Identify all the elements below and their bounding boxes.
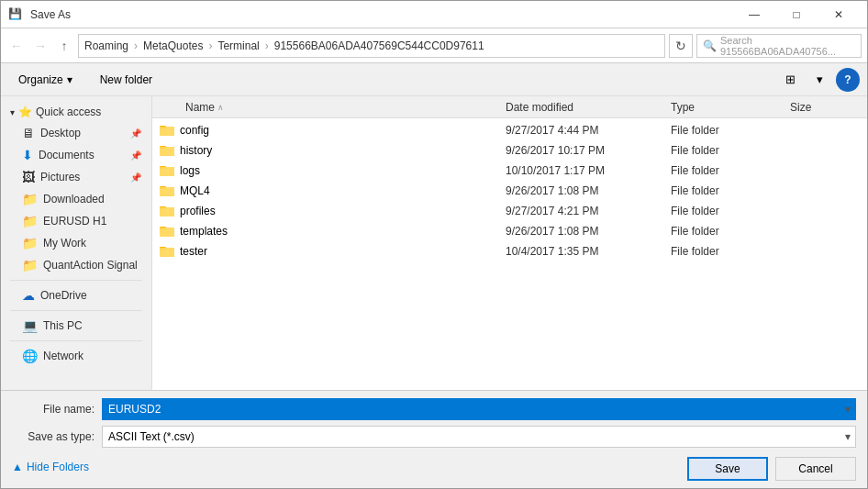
file-date-cell: 10/10/2017 1:17 PM bbox=[502, 164, 667, 177]
sidebar-divider-1 bbox=[10, 280, 142, 281]
file-name-cell: profiles bbox=[160, 204, 502, 218]
organize-arrow: ▾ bbox=[67, 73, 72, 86]
view-button[interactable]: ⊞ bbox=[777, 68, 803, 92]
col-name-label: Name bbox=[185, 101, 215, 114]
folder-icon bbox=[160, 163, 174, 178]
file-type-cell: File folder bbox=[667, 225, 786, 238]
new-folder-label: New folder bbox=[100, 73, 152, 86]
folder-icon bbox=[160, 183, 174, 198]
sidebar-item-documents[interactable]: ⬇ Documents 📌 bbox=[1, 144, 151, 166]
search-placeholder: Search 915566BA06ADA40756... bbox=[720, 35, 855, 57]
view-dropdown-button[interactable]: ▾ bbox=[807, 68, 832, 92]
file-date-cell: 10/4/2017 1:35 PM bbox=[502, 245, 667, 258]
quick-access-icon: ⭐ bbox=[18, 106, 32, 118]
sidebar-item-network[interactable]: 🌐 Network bbox=[1, 345, 151, 367]
table-row[interactable]: MQL4 9/26/2017 1:08 PM File folder bbox=[152, 181, 867, 201]
quick-access-header[interactable]: ▾ ⭐ Quick access bbox=[1, 100, 151, 122]
filename-input[interactable] bbox=[102, 398, 856, 420]
table-row[interactable]: logs 10/10/2017 1:17 PM File folder bbox=[152, 161, 867, 181]
file-name-cell: history bbox=[160, 143, 502, 158]
title-bar: 💾 Save As — □ ✕ bbox=[1, 1, 867, 28]
svg-rect-5 bbox=[160, 147, 174, 156]
file-pane: Name ∧ Date modified Type Size bbox=[152, 96, 867, 390]
savetype-select-wrapper: ASCII Text (*.csv) bbox=[102, 426, 856, 448]
search-box[interactable]: 🔍 Search 915566BA06ADA40756... bbox=[696, 34, 862, 58]
savetype-row: Save as type: ASCII Text (*.csv) bbox=[12, 426, 856, 448]
folder-icon bbox=[160, 204, 174, 218]
minimize-button[interactable]: — bbox=[733, 1, 775, 28]
col-size[interactable]: Size bbox=[786, 101, 860, 114]
back-button[interactable]: ← bbox=[6, 36, 27, 56]
sidebar-item-quantaction[interactable]: 📁 QuantAction Signal bbox=[1, 254, 151, 276]
hide-folders-button[interactable]: ▲ Hide Folders bbox=[12, 457, 89, 477]
save-button[interactable]: Save bbox=[687, 457, 768, 481]
sidebar-item-label-eurusd: EURUSD H1 bbox=[43, 215, 106, 228]
savetype-select[interactable]: ASCII Text (*.csv) bbox=[102, 426, 856, 448]
sidebar-divider-2 bbox=[10, 310, 142, 311]
toolbar: Organize ▾ New folder ⊞ ▾ ? bbox=[1, 63, 867, 96]
documents-icon: ⬇ bbox=[22, 148, 33, 162]
new-folder-button[interactable]: New folder bbox=[90, 68, 162, 92]
cancel-button[interactable]: Cancel bbox=[775, 457, 856, 481]
organize-label: Organize bbox=[18, 73, 63, 86]
save-as-dialog: 💾 Save As — □ ✕ ← → ↑ Roaming › MetaQuot… bbox=[0, 0, 868, 489]
sidebar: ▾ ⭐ Quick access 🖥 Desktop 📌 ⬇ Documents… bbox=[1, 96, 152, 390]
sidebar-item-label-quantaction: QuantAction Signal bbox=[43, 259, 138, 272]
svg-rect-11 bbox=[160, 187, 174, 196]
column-headers: Name ∧ Date modified Type Size bbox=[152, 96, 867, 118]
col-size-label: Size bbox=[790, 101, 811, 114]
thispc-icon: 💻 bbox=[22, 318, 38, 333]
file-name-cell: MQL4 bbox=[160, 183, 502, 198]
up-button[interactable]: ↑ bbox=[54, 36, 74, 56]
sidebar-item-eurusd[interactable]: 📁 EURUSD H1 bbox=[1, 210, 151, 232]
help-button[interactable]: ? bbox=[836, 68, 860, 92]
sidebar-item-label-mywork: My Work bbox=[43, 237, 86, 250]
filename-row: File name: ▾ bbox=[12, 398, 856, 420]
sidebar-item-pictures[interactable]: 🖼 Pictures 📌 bbox=[1, 166, 151, 188]
sidebar-item-label-documents: Documents bbox=[39, 149, 95, 161]
pin-icon-pictures: 📌 bbox=[130, 172, 141, 183]
filename-input-wrapper: ▾ bbox=[102, 398, 856, 420]
table-row[interactable]: tester 10/4/2017 1:35 PM File folder bbox=[152, 241, 867, 261]
sidebar-item-label-network: Network bbox=[43, 350, 83, 362]
maximize-button[interactable]: □ bbox=[775, 1, 818, 28]
file-name-cell: tester bbox=[160, 244, 502, 259]
forward-button[interactable]: → bbox=[30, 36, 50, 56]
bottom-section: File name: ▾ Save as type: ASCII Text (*… bbox=[1, 390, 867, 488]
table-row[interactable]: templates 9/26/2017 1:08 PM File folder bbox=[152, 221, 867, 241]
hide-folders-arrow: ▲ bbox=[12, 461, 23, 473]
refresh-button[interactable]: ↻ bbox=[669, 34, 693, 58]
file-type-cell: File folder bbox=[667, 164, 786, 177]
table-row[interactable]: profiles 9/27/2017 4:21 PM File folder bbox=[152, 201, 867, 221]
sidebar-item-desktop[interactable]: 🖥 Desktop 📌 bbox=[1, 122, 151, 144]
col-date[interactable]: Date modified bbox=[502, 101, 667, 114]
organize-button[interactable]: Organize ▾ bbox=[8, 68, 83, 92]
pin-icon-documents: 📌 bbox=[130, 150, 141, 161]
search-icon: 🔍 bbox=[703, 39, 717, 52]
sidebar-item-label-onedrive: OneDrive bbox=[40, 289, 87, 302]
dialog-icon: 💾 bbox=[8, 7, 23, 22]
file-type-cell: File folder bbox=[667, 205, 786, 217]
toolbar-right: ⊞ ▾ ? bbox=[777, 68, 860, 92]
folder-icon bbox=[160, 123, 174, 138]
col-name[interactable]: Name ∧ bbox=[160, 101, 502, 114]
desktop-icon: 🖥 bbox=[22, 126, 35, 140]
file-date-cell: 9/26/2017 10:17 PM bbox=[502, 144, 667, 157]
col-type[interactable]: Type bbox=[667, 101, 786, 114]
svg-rect-2 bbox=[160, 127, 174, 136]
folder-icon bbox=[160, 244, 174, 259]
button-row: Save Cancel bbox=[687, 457, 856, 481]
sidebar-item-onedrive[interactable]: ☁ OneDrive bbox=[1, 284, 151, 306]
breadcrumb[interactable]: Roaming › MetaQuotes › Terminal › 915566… bbox=[78, 34, 665, 58]
close-button[interactable]: ✕ bbox=[818, 1, 860, 28]
sidebar-item-downloaded[interactable]: 📁 Downloaded bbox=[1, 188, 151, 210]
file-date-cell: 9/27/2017 4:21 PM bbox=[502, 205, 667, 217]
quick-access-label: Quick access bbox=[36, 106, 101, 118]
sidebar-item-mywork[interactable]: 📁 My Work bbox=[1, 232, 151, 254]
sidebar-item-thispc[interactable]: 💻 This PC bbox=[1, 315, 151, 337]
bottom-actions-row: ▲ Hide Folders Save Cancel bbox=[12, 453, 856, 481]
table-row[interactable]: config 9/27/2017 4:44 PM File folder bbox=[152, 120, 867, 140]
file-date-cell: 9/26/2017 1:08 PM bbox=[502, 184, 667, 197]
sidebar-divider-3 bbox=[10, 340, 142, 341]
table-row[interactable]: history 9/26/2017 10:17 PM File folder bbox=[152, 140, 867, 161]
